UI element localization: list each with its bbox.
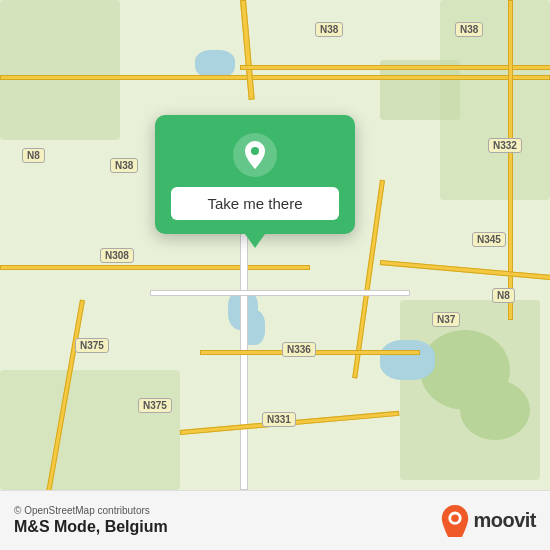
location-pin-icon (233, 133, 277, 177)
road-label-n37: N37 (432, 312, 460, 327)
take-me-there-button[interactable]: Take me there (171, 187, 339, 220)
road-label-n308: N308 (100, 248, 134, 263)
moovit-text: moovit (473, 509, 536, 532)
road-label-n8-right: N8 (492, 288, 515, 303)
map-area (0, 370, 180, 490)
road-label-n38-mid: N38 (110, 158, 138, 173)
location-name: M&S Mode, Belgium (14, 518, 168, 536)
popup-card: Take me there (155, 115, 355, 234)
map-area (0, 0, 120, 140)
road-n308 (0, 265, 310, 270)
road-top (0, 75, 550, 80)
road-center-h (150, 290, 410, 296)
map-view: N8 N8 N38 N38 N38 N332 N345 N308 N375 N3… (0, 0, 550, 490)
road-label-n345: N345 (472, 232, 506, 247)
svg-point-3 (452, 514, 460, 522)
road-label-n332: N332 (488, 138, 522, 153)
water-body (380, 340, 435, 380)
water-body (195, 50, 235, 78)
road-label-n375-left: N375 (75, 338, 109, 353)
road-n38-h (240, 65, 550, 70)
bottom-left: © OpenStreetMap contributors M&S Mode, B… (14, 505, 168, 536)
road-label-n8: N8 (22, 148, 45, 163)
road-label-n38-top: N38 (315, 22, 343, 37)
road-label-n331: N331 (262, 412, 296, 427)
osm-attribution: © OpenStreetMap contributors (14, 505, 168, 516)
svg-point-1 (251, 147, 259, 155)
road-label-n38-top2: N38 (455, 22, 483, 37)
road-label-n336: N336 (282, 342, 316, 357)
moovit-pin-icon (441, 505, 469, 537)
moovit-logo: moovit (441, 505, 536, 537)
map-area (460, 380, 530, 440)
road-label-n375-mid: N375 (138, 398, 172, 413)
bottom-bar: © OpenStreetMap contributors M&S Mode, B… (0, 490, 550, 550)
